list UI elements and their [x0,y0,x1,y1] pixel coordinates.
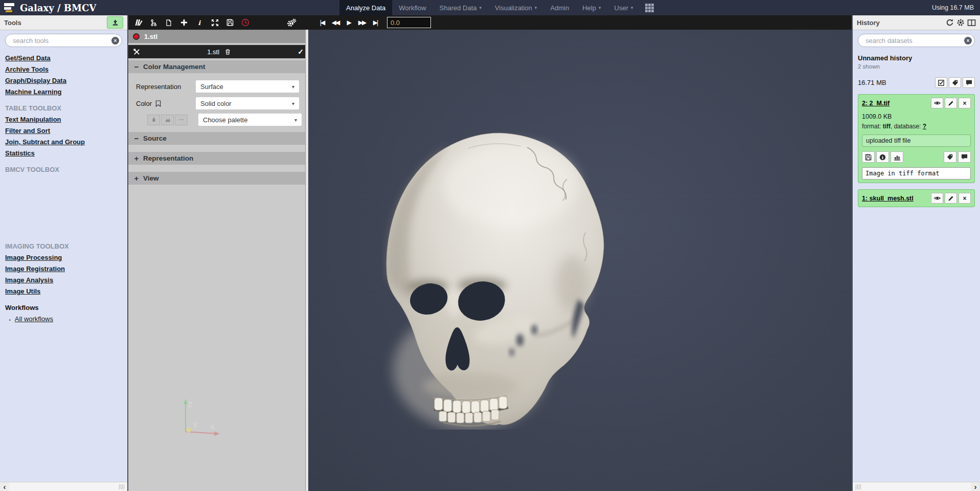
caret-down-icon: ▾ [599,5,601,10]
tools-empty-gap [5,177,122,237]
menu-shared-data[interactable]: Shared Data▾ [433,0,489,15]
history-body: × Unnamed history 2 shown 16.71 MB [853,30,980,482]
dataset-details-info-button[interactable]: i [876,151,889,163]
solid-color-droplet-button[interactable] [147,115,160,125]
tool-link[interactable]: Statistics [5,149,122,161]
clear-search-icon[interactable]: × [964,37,972,44]
tools-search-input[interactable] [12,36,111,45]
representation-select[interactable]: Surface ▾ [196,80,299,93]
clear-search-icon[interactable]: × [111,37,119,44]
history-name[interactable]: Unnamed history [858,54,975,62]
tool-category-bmcv-toolbox[interactable]: BMCV TOOLBOX [5,166,122,177]
tools-panel-header: Tools [0,15,127,30]
delete-x-button[interactable]: × [959,193,971,204]
apply-check-icon[interactable]: ✓ [298,48,304,56]
tools-scrollbar-track[interactable] [9,482,127,491]
tool-link[interactable]: Image Registration [5,265,122,276]
section-source[interactable]: − Source [128,132,308,145]
tool-category-imaging-toolbox[interactable]: IMAGING TOOLBOX [5,242,122,254]
select-items-button[interactable] [935,77,947,88]
bookmark-icon [155,100,161,107]
render-viewport-3d[interactable] [308,30,853,491]
tool-link[interactable]: Image Processing [5,254,122,265]
collapse-left-panel-icon[interactable]: ‹ [0,482,9,491]
menu-user[interactable]: User▾ [608,0,640,15]
information-icon[interactable]: i [192,15,207,30]
scrollbar-grip[interactable] [853,484,864,489]
save-state-icon[interactable] [222,15,238,30]
dataset-format-line: format: tiff, database: ? [862,123,971,130]
pipeline-item-label: 1.stl [144,33,157,40]
all-workflows-link[interactable]: ▪ All workflows [5,315,122,326]
interactive-points-button[interactable] [175,115,188,125]
tool-link[interactable]: Image Analysis [5,276,122,287]
edit-pencil-button[interactable] [945,98,957,108]
edit-pencil-button[interactable] [945,193,957,204]
play-button[interactable]: ▶ [342,15,355,30]
menu-admin[interactable]: Admin [543,0,576,15]
pipeline-item[interactable]: 1.stl [128,30,308,43]
color-by-select[interactable]: Solid color ▾ [196,97,299,109]
fast-forward-button[interactable]: ▶▶ [355,15,369,30]
visualize-chart-button[interactable] [891,151,903,163]
tool-link[interactable]: Archive Tools [5,65,122,77]
dataset-annotation-button[interactable] [958,151,971,163]
upload-data-button[interactable] [107,16,123,29]
dataset-item-2: 2: 2_M.tif × 1009.0 KB format: tiff, d [858,94,975,183]
database-link[interactable]: ? [923,123,926,130]
history-scrollbar-track[interactable] [853,482,971,491]
dataset-title-link[interactable]: 1: skull_mesh.stl [862,195,914,202]
section-view[interactable]: + View [128,172,308,185]
section-representation[interactable]: + Representation [128,152,308,165]
tool-link[interactable]: Text Manipulation [5,116,122,127]
delete-x-button[interactable]: × [959,98,971,108]
tool-link[interactable]: Image Utils [5,287,122,299]
tools-panel: Tools × Get/Send Data Archive Tools Grap… [0,15,128,491]
history-options-gear-icon[interactable] [956,18,965,27]
delete-trash-icon[interactable] [224,48,231,55]
display-eye-button[interactable] [931,193,943,204]
display-eye-button[interactable] [931,98,943,108]
history-search-input[interactable] [864,36,964,45]
skip-to-end-button[interactable]: ▶| [369,15,382,30]
charts-icon[interactable] [130,15,146,30]
multi-history-columns-icon[interactable] [967,19,976,27]
tool-category-table-toolbox[interactable]: TABLE TOOLBOX [5,104,122,116]
download-save-button[interactable] [862,151,875,163]
rewind-button[interactable]: ◀◀ [329,15,342,30]
tool-link[interactable]: Filter and Sort [5,127,122,138]
dataset-tags-button[interactable] [944,151,956,163]
storage-usage[interactable]: Using 16.7 MB [932,0,974,15]
galaxy-logo[interactable]: Galaxy / BMCV [4,0,96,15]
tool-link[interactable]: Graph/Display Data [5,77,122,88]
menu-workflow[interactable]: Workflow [392,0,432,15]
scalar-range-chart-button[interactable] [161,115,174,125]
proxy-editor-header[interactable]: 1.stl ✓ [128,45,308,58]
history-annotation-button[interactable] [963,77,975,88]
tool-link[interactable]: Machine Learning [5,88,122,99]
menu-analyze-data[interactable]: Analyze Data [339,0,392,15]
apps-grid-icon[interactable] [640,0,659,15]
refresh-history-icon[interactable] [946,18,954,27]
add-source-icon[interactable] [176,15,192,30]
history-tags-button[interactable] [949,77,961,88]
menu-help[interactable]: Help▾ [576,0,607,15]
reset-camera-icon[interactable] [207,15,222,30]
choose-palette-select[interactable]: Choose palette ▾ [198,114,302,126]
section-color-management[interactable]: − Color Management [128,60,308,73]
skip-to-start-button[interactable]: |◀ [315,15,329,30]
time-value-input[interactable] [387,17,431,28]
file-icon[interactable] [161,15,176,30]
dataset-title-link[interactable]: 2: 2_M.tif [862,100,890,107]
pipeline-tree-icon[interactable] [146,15,161,30]
visualizer-toolbar: i |◀ ◀◀ ▶ ▶▶ ▶| [128,15,853,30]
tool-link[interactable]: Get/Send Data [5,54,122,65]
tools-wrench-icon [133,48,141,56]
reset-session-clock-icon[interactable] [238,15,253,30]
proxy-title: 1.stl [207,48,219,56]
scrollbar-grip[interactable] [116,484,127,489]
collapse-right-panel-icon[interactable]: › [971,482,980,491]
settings-gears-icon[interactable] [284,15,299,30]
menu-visualization[interactable]: Visualization▾ [488,0,543,15]
tool-link[interactable]: Join, Subtract and Group [5,138,122,149]
